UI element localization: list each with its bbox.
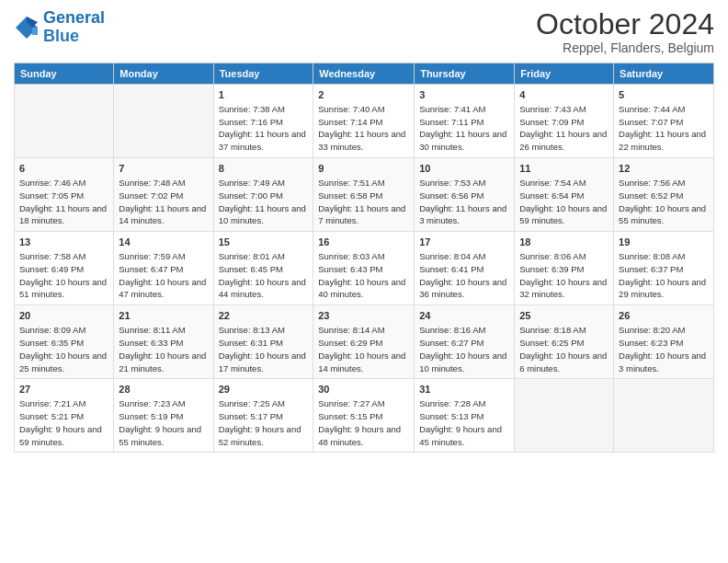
day-cell: 27Sunrise: 7:21 AMSunset: 5:21 PMDayligh… — [15, 379, 114, 453]
week-row-5: 27Sunrise: 7:21 AMSunset: 5:21 PMDayligh… — [15, 379, 714, 453]
day-info: Sunrise: 7:27 AMSunset: 5:15 PMDaylight:… — [318, 398, 401, 446]
day-number: 12 — [619, 162, 709, 176]
day-info: Sunrise: 8:06 AMSunset: 6:39 PMDaylight:… — [519, 251, 607, 299]
day-number: 2 — [318, 88, 409, 102]
title-area: October 2024 Reppel, Flanders, Belgium — [536, 9, 714, 55]
day-cell: 19Sunrise: 8:08 AMSunset: 6:37 PMDayligh… — [614, 232, 714, 305]
day-number: 20 — [19, 309, 108, 323]
col-saturday: Saturday — [614, 63, 714, 85]
logo-line2: Blue — [43, 27, 79, 45]
week-row-1: 1Sunrise: 7:38 AMSunset: 7:16 PMDaylight… — [15, 85, 714, 158]
day-info: Sunrise: 7:43 AMSunset: 7:09 PMDaylight:… — [519, 104, 607, 152]
week-row-2: 6Sunrise: 7:46 AMSunset: 7:05 PMDaylight… — [15, 158, 714, 232]
day-number: 4 — [519, 88, 609, 102]
day-cell: 7Sunrise: 7:48 AMSunset: 7:02 PMDaylight… — [114, 158, 213, 232]
day-info: Sunrise: 8:20 AMSunset: 6:23 PMDaylight:… — [619, 325, 706, 373]
col-friday: Friday — [515, 63, 614, 85]
day-number: 1 — [219, 88, 309, 102]
day-info: Sunrise: 7:54 AMSunset: 6:54 PMDaylight:… — [519, 178, 607, 225]
day-number: 16 — [318, 236, 409, 249]
day-number: 23 — [318, 309, 409, 323]
day-number: 29 — [219, 383, 309, 396]
day-number: 14 — [119, 236, 208, 249]
day-cell: 28Sunrise: 7:23 AMSunset: 5:19 PMDayligh… — [114, 379, 213, 453]
day-info: Sunrise: 7:58 AMSunset: 6:49 PMDaylight:… — [19, 251, 107, 299]
day-cell: 12Sunrise: 7:56 AMSunset: 6:52 PMDayligh… — [614, 158, 714, 232]
day-number: 10 — [419, 162, 509, 176]
logo-line1: General — [43, 8, 105, 27]
day-cell: 8Sunrise: 7:49 AMSunset: 7:00 PMDaylight… — [213, 158, 313, 232]
day-cell: 5Sunrise: 7:44 AMSunset: 7:07 PMDaylight… — [614, 85, 714, 158]
header-row: Sunday Monday Tuesday Wednesday Thursday… — [15, 63, 714, 85]
day-number: 17 — [419, 236, 509, 249]
day-number: 7 — [119, 162, 208, 176]
day-info: Sunrise: 7:49 AMSunset: 7:00 PMDaylight:… — [219, 178, 306, 225]
location: Reppel, Flanders, Belgium — [536, 40, 714, 55]
day-info: Sunrise: 7:48 AMSunset: 7:02 PMDaylight:… — [119, 178, 206, 225]
day-number: 28 — [119, 383, 208, 396]
page: General Blue October 2024 Reppel, Flande… — [0, 0, 728, 563]
day-cell: 21Sunrise: 8:11 AMSunset: 6:33 PMDayligh… — [114, 305, 213, 379]
day-cell: 14Sunrise: 7:59 AMSunset: 6:47 PMDayligh… — [114, 232, 213, 305]
day-cell: 26Sunrise: 8:20 AMSunset: 6:23 PMDayligh… — [614, 305, 714, 379]
day-number: 27 — [19, 383, 108, 396]
week-row-4: 20Sunrise: 8:09 AMSunset: 6:35 PMDayligh… — [15, 305, 714, 379]
day-number: 6 — [19, 162, 108, 176]
svg-marker-2 — [32, 28, 38, 35]
day-cell: 23Sunrise: 8:14 AMSunset: 6:29 PMDayligh… — [313, 305, 415, 379]
day-cell — [614, 379, 714, 453]
day-cell: 1Sunrise: 7:38 AMSunset: 7:16 PMDaylight… — [213, 85, 313, 158]
day-number: 31 — [419, 383, 509, 396]
day-number: 3 — [419, 88, 509, 102]
calendar-table: Sunday Monday Tuesday Wednesday Thursday… — [14, 63, 714, 453]
day-info: Sunrise: 8:08 AMSunset: 6:37 PMDaylight:… — [619, 251, 706, 299]
day-info: Sunrise: 7:51 AMSunset: 6:58 PMDaylight:… — [318, 178, 405, 225]
day-number: 25 — [519, 309, 609, 323]
day-info: Sunrise: 7:46 AMSunset: 7:05 PMDaylight:… — [19, 178, 107, 225]
day-cell: 3Sunrise: 7:41 AMSunset: 7:11 PMDaylight… — [415, 85, 515, 158]
day-cell: 17Sunrise: 8:04 AMSunset: 6:41 PMDayligh… — [415, 232, 515, 305]
month-title: October 2024 — [536, 9, 714, 39]
day-cell — [15, 85, 114, 158]
day-number: 24 — [419, 309, 509, 323]
day-cell: 30Sunrise: 7:27 AMSunset: 5:15 PMDayligh… — [313, 379, 415, 453]
day-cell: 24Sunrise: 8:16 AMSunset: 6:27 PMDayligh… — [415, 305, 515, 379]
day-cell: 29Sunrise: 7:25 AMSunset: 5:17 PMDayligh… — [213, 379, 313, 453]
day-cell: 10Sunrise: 7:53 AMSunset: 6:56 PMDayligh… — [415, 158, 515, 232]
logo-icon — [14, 15, 40, 40]
col-thursday: Thursday — [415, 63, 515, 85]
day-info: Sunrise: 7:41 AMSunset: 7:11 PMDaylight:… — [419, 104, 506, 152]
week-row-3: 13Sunrise: 7:58 AMSunset: 6:49 PMDayligh… — [15, 232, 714, 305]
day-number: 19 — [619, 236, 709, 249]
day-info: Sunrise: 7:44 AMSunset: 7:07 PMDaylight:… — [619, 104, 706, 152]
day-cell: 15Sunrise: 8:01 AMSunset: 6:45 PMDayligh… — [213, 232, 313, 305]
day-number: 9 — [318, 162, 409, 176]
day-cell — [114, 85, 213, 158]
day-cell: 20Sunrise: 8:09 AMSunset: 6:35 PMDayligh… — [15, 305, 114, 379]
day-number: 21 — [119, 309, 208, 323]
day-number: 15 — [219, 236, 309, 249]
day-info: Sunrise: 7:59 AMSunset: 6:47 PMDaylight:… — [119, 251, 206, 299]
day-number: 22 — [219, 309, 309, 323]
col-tuesday: Tuesday — [213, 63, 313, 85]
header: General Blue October 2024 Reppel, Flande… — [14, 9, 714, 55]
day-cell: 13Sunrise: 7:58 AMSunset: 6:49 PMDayligh… — [15, 232, 114, 305]
day-number: 26 — [619, 309, 709, 323]
day-number: 30 — [318, 383, 409, 396]
day-info: Sunrise: 8:09 AMSunset: 6:35 PMDaylight:… — [19, 325, 107, 373]
day-info: Sunrise: 7:23 AMSunset: 5:19 PMDaylight:… — [119, 398, 201, 446]
day-cell: 6Sunrise: 7:46 AMSunset: 7:05 PMDaylight… — [15, 158, 114, 232]
logo-text: General Blue — [43, 9, 105, 46]
day-info: Sunrise: 8:16 AMSunset: 6:27 PMDaylight:… — [419, 325, 506, 373]
day-info: Sunrise: 7:38 AMSunset: 7:16 PMDaylight:… — [219, 104, 306, 152]
day-info: Sunrise: 8:11 AMSunset: 6:33 PMDaylight:… — [119, 325, 206, 373]
day-number: 5 — [619, 88, 709, 102]
day-number: 8 — [219, 162, 309, 176]
day-info: Sunrise: 8:14 AMSunset: 6:29 PMDaylight:… — [318, 325, 405, 373]
day-info: Sunrise: 8:13 AMSunset: 6:31 PMDaylight:… — [219, 325, 306, 373]
day-info: Sunrise: 8:01 AMSunset: 6:45 PMDaylight:… — [219, 251, 306, 299]
day-info: Sunrise: 7:56 AMSunset: 6:52 PMDaylight:… — [619, 178, 706, 225]
day-info: Sunrise: 7:53 AMSunset: 6:56 PMDaylight:… — [419, 178, 506, 225]
day-info: Sunrise: 7:40 AMSunset: 7:14 PMDaylight:… — [318, 104, 405, 152]
day-cell: 9Sunrise: 7:51 AMSunset: 6:58 PMDaylight… — [313, 158, 415, 232]
